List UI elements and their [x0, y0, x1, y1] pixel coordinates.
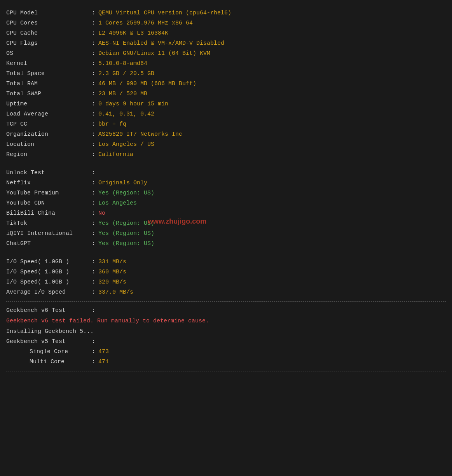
row-colon: :: [92, 19, 95, 28]
row-value: 320 MB/s: [98, 278, 126, 287]
row-value: 2.3 GB / 20.5 GB: [98, 69, 154, 79]
row-colon: :: [92, 59, 95, 68]
row-value: bbr + fq: [98, 120, 126, 129]
row-colon: :: [92, 268, 95, 277]
table-row: TikTok: Yes (Region: US): [6, 219, 446, 229]
row-value: No: [98, 209, 105, 218]
row-label: Total Space: [6, 69, 92, 79]
row-label: Total RAM: [6, 79, 92, 89]
table-row: Organization: AS25820 IT7 Networks Inc: [6, 130, 446, 140]
row-value: 23 MB / 520 MB: [98, 89, 147, 99]
row-colon: :: [92, 178, 95, 188]
row-colon: :: [92, 288, 95, 297]
geekbench-install-line: Installing Geekbench 5...: [6, 327, 446, 337]
row-colon: :: [92, 239, 95, 248]
table-row: Netflix: Originals Only: [6, 178, 446, 188]
table-row: TCP CC: bbr + fq: [6, 119, 446, 130]
row-label: I/O Speed( 1.0GB ): [6, 257, 92, 267]
row-label: TCP CC: [6, 120, 92, 129]
row-colon: :: [92, 29, 95, 38]
row-label: CPU Cores: [6, 19, 92, 28]
table-row: YouTube Premium: Yes (Region: US): [6, 188, 446, 198]
system-section: CPU Model: QEMU Virtual CPU version (cpu…: [6, 4, 446, 164]
row-value: 1 Cores 2599.976 MHz x86_64: [98, 19, 193, 28]
row-colon: :: [92, 89, 95, 99]
row-label: Organization: [6, 130, 92, 139]
io-section: I/O Speed( 1.0GB ): 331 MB/sI/O Speed( 1…: [6, 253, 446, 301]
row-label: Netflix: [6, 178, 92, 188]
table-row: BiliBili China: No: [6, 208, 446, 219]
row-value: 0.41, 0.31, 0.42: [98, 110, 154, 119]
table-row: Region: California: [6, 150, 446, 160]
row-label: OS: [6, 49, 92, 58]
row-value: 5.10.0-8-amd64: [98, 59, 147, 68]
table-row: Unlock Test:: [6, 168, 446, 178]
row-value: 337.0 MB/s: [98, 288, 133, 297]
row-label: Uptime: [6, 100, 92, 109]
row-value: Los Angeles / US: [98, 140, 154, 149]
row-colon: :: [92, 79, 95, 89]
table-row: Average I/O Speed: 337.0 MB/s: [6, 287, 446, 298]
row-colon: :: [92, 140, 95, 149]
row-value: Debian GNU/Linux 11 (64 Bit) KVM: [98, 49, 210, 58]
table-row: Total Space: 2.3 GB / 20.5 GB: [6, 69, 446, 79]
table-row: Total RAM: 46 MB / 990 MB (686 MB Buff): [6, 79, 446, 89]
table-row: YouTube CDN: Los Angeles: [6, 198, 446, 208]
table-row: I/O Speed( 1.0GB ): 331 MB/s: [6, 257, 446, 267]
row-colon: :: [92, 120, 95, 129]
row-label: CPU Flags: [6, 39, 92, 48]
row-label: Kernel: [6, 59, 92, 68]
row-colon: :: [92, 100, 95, 109]
row-colon: :: [92, 229, 95, 238]
table-row: CPU Cores: 1 Cores 2599.976 MHz x86_64: [6, 18, 446, 28]
row-label: Load Average: [6, 110, 92, 119]
table-row: OS: Debian GNU/Linux 11 (64 Bit) KVM: [6, 49, 446, 59]
row-label: Region: [6, 150, 92, 159]
row-colon: :: [92, 219, 95, 228]
row-value: Yes (Region: US): [98, 189, 154, 198]
row-label: Location: [6, 140, 92, 149]
row-value: Los Angeles: [98, 199, 137, 208]
row-colon: :: [92, 49, 95, 58]
table-row: CPU Model: QEMU Virtual CPU version (cpu…: [6, 8, 446, 18]
row-value: AS25820 IT7 Networks Inc: [98, 130, 182, 139]
geekbench-header-row: Geekbench v6 Test:: [6, 306, 446, 316]
row-value: 331 MB/s: [98, 257, 126, 267]
table-row: I/O Speed( 1.0GB ): 360 MB/s: [6, 267, 446, 277]
row-colon: :: [92, 39, 95, 48]
geekbench-v5-label: Geekbench v5 Test: [6, 337, 92, 346]
row-colon: :: [92, 209, 95, 218]
table-row: Uptime: 0 days 9 hour 15 min: [6, 99, 446, 109]
row-label: YouTube CDN: [6, 199, 92, 208]
row-value: Yes (Region: US): [98, 229, 154, 238]
row-colon: :: [92, 110, 95, 119]
single-core-label: Single Core: [6, 347, 92, 357]
bottom-divider: [6, 371, 446, 373]
table-row: CPU Flags: AES-NI Enabled & VM-x/AMD-V D…: [6, 38, 446, 49]
row-label: ChatGPT: [6, 239, 92, 248]
row-value: Yes (Region: US): [98, 239, 154, 248]
table-row: Location: Los Angeles / US: [6, 140, 446, 150]
row-value: QEMU Virtual CPU version (cpu64-rhel6): [98, 9, 231, 18]
table-row: CPU Cache: L2 4096K & L3 16384K: [6, 28, 446, 38]
row-colon: :: [92, 189, 95, 198]
row-label: CPU Cache: [6, 29, 92, 38]
row-colon: :: [92, 150, 95, 159]
geekbench-header-label: Geekbench v6 Test: [6, 306, 92, 315]
geekbench-section: Geekbench v6 Test: Geekbench v6 test fai…: [6, 301, 446, 371]
unlock-section: Unlock Test: Netflix: Originals OnlyYouT…: [6, 164, 446, 253]
row-value: Originals Only: [98, 178, 147, 188]
row-label: BiliBili China: [6, 209, 92, 218]
table-row: iQIYI International: Yes (Region: US): [6, 229, 446, 239]
row-label: YouTube Premium: [6, 189, 92, 198]
table-row: ChatGPT: Yes (Region: US): [6, 239, 446, 249]
row-value: California: [98, 150, 133, 159]
row-label: iQIYI International: [6, 229, 92, 238]
row-colon: :: [92, 69, 95, 79]
geekbench-error-line: Geekbench v6 test failed. Run manually t…: [6, 316, 446, 327]
geekbench-v5-header-row: Geekbench v5 Test:: [6, 337, 446, 347]
single-core-row: Single Core: 473: [6, 347, 446, 357]
row-label: I/O Speed( 1.0GB ): [6, 268, 92, 277]
row-label: Total SWAP: [6, 89, 92, 99]
row-value: 360 MB/s: [98, 268, 126, 277]
